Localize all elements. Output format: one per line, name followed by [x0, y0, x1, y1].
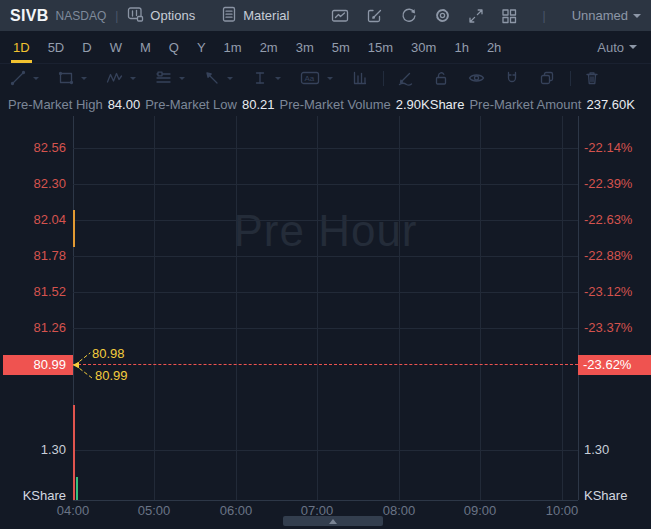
exchange-label: NASDAQ	[56, 9, 107, 23]
header-separator: |	[115, 9, 118, 23]
magnet-icon[interactable]	[504, 70, 520, 86]
trend-line-tool-button[interactable]	[10, 70, 39, 86]
chevron-down-icon	[327, 77, 333, 80]
timeframe-tab-m[interactable]: M	[131, 31, 160, 63]
options-chart-icon	[127, 6, 144, 26]
timeframe-tab-30m[interactable]: 30m	[402, 31, 445, 63]
time-axis-tick: 04:00	[49, 503, 97, 518]
gridline-vertical	[317, 116, 318, 500]
volume-axis-label-right: 1.30	[584, 442, 609, 458]
time-axis-tick: 09:00	[456, 503, 504, 518]
wave-pattern-tool-button[interactable]	[106, 70, 136, 86]
price-axis-label: 82.04	[0, 212, 66, 228]
toolbar-divider	[570, 71, 571, 86]
time-axis-border	[73, 500, 578, 501]
gridline-vertical	[399, 116, 400, 500]
unlock-icon[interactable]	[433, 70, 449, 86]
change-axis-label: -23.12%	[584, 284, 632, 300]
price-chart[interactable]: Pre Hour 82.56 82.30 82.04 81.78 81.52 8…	[0, 116, 651, 529]
gridline-horizontal	[73, 292, 578, 293]
header-icon-group: | Unnamed	[331, 7, 642, 24]
layout-name-dropdown[interactable]: Unnamed	[572, 8, 641, 23]
visibility-eye-icon[interactable]	[468, 70, 485, 86]
change-axis-label: -22.14%	[584, 140, 632, 156]
volume-unit-left: KShare	[0, 488, 66, 504]
timeframe-tab-1h[interactable]: 1h	[445, 31, 477, 63]
layout-name-label: Unnamed	[572, 8, 628, 23]
auto-dropdown[interactable]: Auto	[597, 40, 637, 55]
shape-tool-button[interactable]	[58, 70, 87, 86]
timeframe-tab-2h[interactable]: 2h	[478, 31, 510, 63]
timeframe-tab-5d[interactable]: 5D	[39, 31, 74, 63]
fullscreen-icon[interactable]	[468, 8, 484, 24]
options-menu-button[interactable]: Options	[127, 6, 195, 26]
chevron-down-icon	[179, 77, 185, 80]
price-axis-label: 82.56	[0, 140, 66, 156]
change-axis-label: -22.63%	[584, 212, 632, 228]
session-watermark: Pre Hour	[73, 206, 578, 256]
material-menu-button[interactable]: Material	[221, 6, 289, 26]
symbol-ticker: SIVB	[10, 7, 49, 25]
premarket-low-label: Pre-Market Low	[145, 97, 237, 112]
auto-label: Auto	[597, 40, 624, 55]
price-axis-label: 81.78	[0, 248, 66, 264]
chart-monitor-icon[interactable]	[331, 8, 349, 24]
gridline-vertical	[480, 116, 481, 500]
drawing-toolbar: Aa	[0, 63, 651, 92]
panel-expand-handle[interactable]	[283, 516, 383, 526]
timeframe-tab-1m[interactable]: 1m	[215, 31, 251, 63]
change-axis-label: -22.39%	[584, 176, 632, 192]
measure-tool-button[interactable]	[252, 70, 281, 86]
clone-layers-icon[interactable]	[539, 70, 555, 86]
gridline-horizontal	[73, 256, 578, 257]
edit-pencil-icon[interactable]	[366, 7, 383, 24]
time-axis-tick: 10:00	[538, 503, 586, 518]
volume-gridline	[73, 450, 578, 451]
premarket-amount-label: Pre-Market Amount	[469, 97, 581, 112]
volume-bar-green	[76, 477, 78, 500]
chevron-down-icon	[275, 77, 281, 80]
refresh-icon[interactable]	[400, 7, 417, 24]
chart-pattern-tool-button[interactable]	[352, 70, 368, 86]
premarket-volume-value: 2.90KShare	[396, 97, 465, 112]
gridline-horizontal	[73, 328, 578, 329]
timeframe-tab-q[interactable]: Q	[160, 31, 188, 63]
gridline-vertical	[562, 116, 563, 500]
timeframe-tab-1d[interactable]: 1D	[4, 31, 39, 63]
text-tool-button[interactable]: Aa	[300, 70, 333, 86]
gann-tool-button[interactable]	[155, 70, 185, 86]
price-callout-upper: 80.98	[92, 346, 125, 362]
gridline-vertical	[154, 116, 155, 500]
arrow-tool-button[interactable]	[204, 70, 233, 86]
right-axis-border	[578, 116, 579, 500]
timeframe-bar: 1D 5D D W M Q Y 1m 2m 3m 5m 15m 30m 1h 2…	[0, 31, 651, 63]
timeframe-tab-5m[interactable]: 5m	[323, 31, 359, 63]
timeframe-tab-2m[interactable]: 2m	[251, 31, 287, 63]
price-axis-label: 82.30	[0, 176, 66, 192]
trading-chart-window: SIVB NASDAQ | Options Material | Unnamed…	[0, 0, 651, 529]
chevron-down-icon	[633, 14, 641, 18]
timeframe-tab-15m[interactable]: 15m	[359, 31, 402, 63]
chevron-down-icon	[33, 77, 39, 80]
svg-text:Aa: Aa	[305, 74, 315, 83]
grid-layout-icon[interactable]	[501, 8, 517, 24]
timeframe-tab-3m[interactable]: 3m	[287, 31, 323, 63]
chevron-down-icon	[227, 77, 233, 80]
change-axis-label: -23.37%	[584, 320, 632, 336]
timeframe-tab-y[interactable]: Y	[188, 31, 215, 63]
last-price-badge: 80.99	[3, 355, 73, 375]
timeframe-tab-w[interactable]: W	[101, 31, 131, 63]
premarket-amount-value: 237.60K	[586, 97, 634, 112]
premarket-low-value: 80.21	[242, 97, 275, 112]
premarket-volume-label: Pre-Market Volume	[279, 97, 390, 112]
time-axis-tick: 06:00	[212, 503, 260, 518]
trash-icon[interactable]	[584, 70, 600, 86]
premarket-stats-bar: Pre-Market High 84.00 Pre-Market Low 80.…	[0, 92, 651, 116]
timeframe-tab-d[interactable]: D	[73, 31, 100, 63]
header-bar: SIVB NASDAQ | Options Material | Unnamed	[0, 0, 651, 31]
material-menu-label: Material	[243, 8, 289, 23]
candle-wick	[73, 210, 75, 247]
brush-tool-button[interactable]	[397, 70, 414, 86]
gridline-horizontal	[73, 184, 578, 185]
settings-gear-icon[interactable]	[434, 7, 451, 24]
